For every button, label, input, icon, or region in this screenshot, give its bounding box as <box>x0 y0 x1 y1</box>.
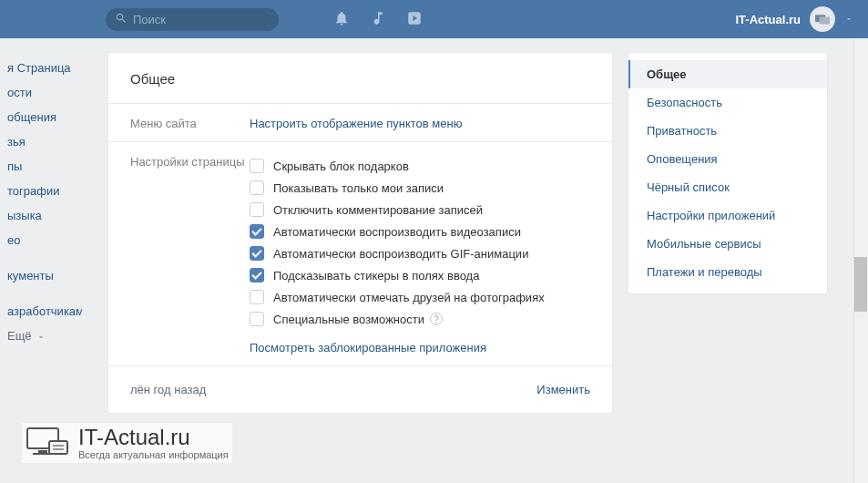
chevron-down-icon <box>844 13 853 26</box>
topbar: IT-Actual.ru <box>0 0 868 38</box>
nav-item[interactable] <box>7 288 82 299</box>
checkbox-row[interactable]: Отключить комментирование записей <box>250 199 612 221</box>
checkbox-label: Показывать только мои записи <box>273 181 444 195</box>
checkbox-row[interactable]: Скрывать блок подарков <box>250 155 612 177</box>
svg-rect-8 <box>53 448 64 450</box>
nav-item[interactable] <box>7 252 82 263</box>
settings-tab[interactable]: Безопасность <box>628 88 827 117</box>
search-box[interactable] <box>106 8 279 31</box>
search-input[interactable] <box>133 13 260 26</box>
checkbox[interactable] <box>250 290 264 304</box>
checkbox-label: Автоматически воспроизводить видеозаписи <box>273 225 521 239</box>
checkbox-row[interactable]: Автоматически воспроизводить GIF-анимаци… <box>250 242 612 264</box>
checkbox-row[interactable]: Автоматически воспроизводить видеозаписи <box>250 221 612 242</box>
content-container: я Страница ости общения зья пы тографии … <box>0 38 868 414</box>
settings-tab[interactable]: Приватность <box>628 117 827 145</box>
scrollbar[interactable] <box>853 38 868 483</box>
configure-menu-link[interactable]: Настроить отображение пунктов меню <box>250 117 462 130</box>
bell-icon[interactable] <box>333 10 350 29</box>
nav-item[interactable]: я Страница <box>7 56 82 80</box>
nav-item[interactable]: ызыка <box>7 203 82 228</box>
checkbox[interactable] <box>250 268 264 283</box>
password-info: лён год назад <box>130 383 206 396</box>
nav-item[interactable]: кументы <box>7 263 82 288</box>
checkbox[interactable] <box>250 224 264 239</box>
settings-title: Общее <box>108 53 612 103</box>
settings-tab[interactable]: Настройки приложений <box>628 201 827 230</box>
checkbox[interactable] <box>250 159 264 173</box>
nav-item[interactable]: пы <box>7 154 82 179</box>
watermark: IT-Actual.ru Всегда актуальная информаци… <box>22 423 232 463</box>
nav-item[interactable]: общения <box>7 105 82 129</box>
checkbox-row[interactable]: Специальные возможности? <box>250 308 612 330</box>
checkbox-row[interactable]: Автоматически отмечать друзей на фотогра… <box>250 286 612 308</box>
checkbox[interactable] <box>250 180 264 195</box>
settings-tab[interactable]: Оповещения <box>628 145 827 173</box>
nav-item[interactable]: тографии <box>7 179 82 203</box>
settings-tab[interactable]: Платежи и переводы <box>628 258 827 286</box>
play-icon[interactable] <box>406 10 423 29</box>
nav-item[interactable]: ости <box>7 80 82 105</box>
change-link[interactable]: Изменить <box>536 383 590 396</box>
checkbox[interactable] <box>250 246 264 261</box>
checkbox-label: Подсказывать стикеры в полях ввода <box>273 269 479 283</box>
svg-rect-7 <box>53 445 64 447</box>
monitor-icon <box>26 425 69 461</box>
settings-tabs: ОбщееБезопасностьПриватностьОповещенияЧё… <box>628 52 828 294</box>
username: IT-Actual.ru <box>735 13 801 26</box>
scrollbar-thumb[interactable] <box>854 257 867 312</box>
left-nav: я Страница ости общения зья пы тографии … <box>0 52 82 414</box>
checkbox-label: Специальные возможности <box>273 313 424 326</box>
help-icon[interactable]: ? <box>430 313 443 325</box>
checkbox-label: Скрывать блок подарков <box>273 159 409 173</box>
checkbox-label: Отключить комментирование записей <box>273 203 483 217</box>
user-menu[interactable]: IT-Actual.ru <box>735 6 853 32</box>
avatar <box>810 6 835 32</box>
music-icon[interactable] <box>370 10 386 29</box>
checkbox-row[interactable]: Подсказывать стикеры в полях ввода <box>250 264 612 286</box>
settings-tab[interactable]: Общее <box>628 60 827 88</box>
watermark-text: IT-Actual.ru Всегда актуальная информаци… <box>78 426 229 460</box>
menu-row: Меню сайта Настроить отображение пунктов… <box>108 104 612 141</box>
page-settings-row: Настройки страницы Скрывать блок подарко… <box>108 142 612 365</box>
settings-tab[interactable]: Мобильные сервисы <box>628 230 827 258</box>
password-row: лён год назад Изменить <box>108 366 612 413</box>
checkbox-label: Автоматически отмечать друзей на фотогра… <box>273 291 545 304</box>
menu-label: Меню сайта <box>108 117 250 130</box>
checkbox-list: Скрывать блок подарковПоказывать только … <box>250 155 612 355</box>
watermark-title: IT-Actual.ru <box>78 426 229 449</box>
checkbox[interactable] <box>250 312 264 326</box>
nav-item[interactable]: ео <box>7 228 82 252</box>
watermark-subtitle: Всегда актуальная информация <box>78 449 229 460</box>
svg-rect-6 <box>49 441 67 454</box>
page-settings-label: Настройки страницы <box>108 155 250 355</box>
settings-tab[interactable]: Чёрный список <box>628 173 827 201</box>
topbar-icons <box>333 10 423 29</box>
blocked-apps-link[interactable]: Посмотреть заблокированные приложения <box>250 341 486 355</box>
checkbox-label: Автоматически воспроизводить GIF-анимаци… <box>273 247 528 261</box>
svg-rect-4 <box>38 450 47 453</box>
svg-rect-2 <box>820 17 830 25</box>
search-icon <box>115 12 128 27</box>
nav-more[interactable]: Ещё <box>7 324 82 348</box>
nav-item[interactable]: азработчикам <box>7 299 82 324</box>
settings-panel: Общее Меню сайта Настроить отображение п… <box>107 52 613 414</box>
checkbox[interactable] <box>250 202 264 217</box>
nav-item[interactable]: зья <box>7 129 82 154</box>
checkbox-row[interactable]: Показывать только мои записи <box>250 177 612 199</box>
